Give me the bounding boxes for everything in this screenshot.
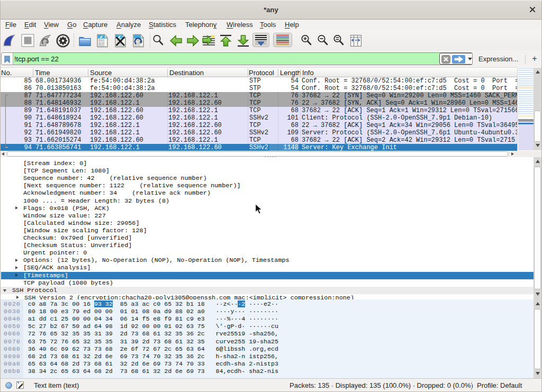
svg-text:0111: 0111 <box>134 44 140 47</box>
svg-text:0111: 0111 <box>98 44 104 47</box>
